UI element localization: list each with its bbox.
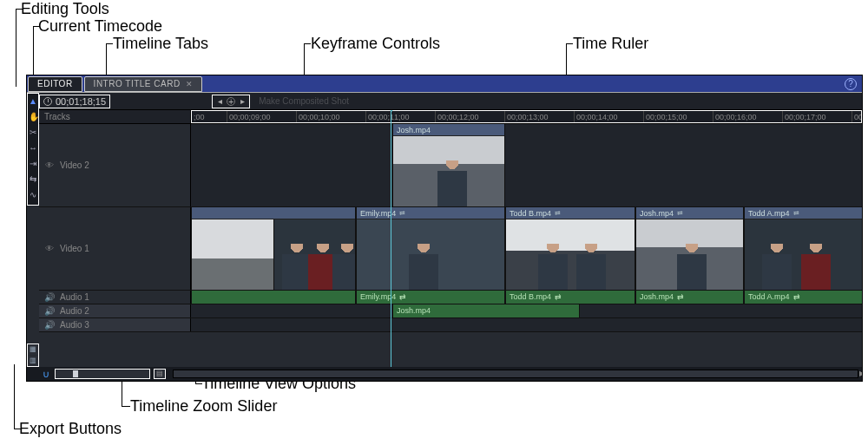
track-header-video1[interactable]: 👁 Video 1 bbox=[39, 207, 191, 290]
clip-audio1-emily[interactable]: Emily.mp4⇄ bbox=[356, 291, 505, 304]
clip-name: Josh.mp4 bbox=[640, 291, 674, 303]
clip-name: Todd A.mp4 bbox=[748, 291, 790, 303]
track-label: Audio 3 bbox=[60, 320, 89, 330]
make-comp-shot-label: Make Composited Shot bbox=[259, 96, 349, 106]
time-ruler[interactable]: ;00 00;00;09;00 00;00;10;00 00;00;11;00 … bbox=[191, 110, 862, 123]
annotation-timeline-tabs: Timeline Tabs bbox=[113, 35, 208, 53]
tool-select-icon[interactable]: ▲ bbox=[29, 95, 37, 108]
ruler-tick: 00;00;10;00 bbox=[296, 111, 365, 122]
export-contents-icon[interactable]: ▥ bbox=[28, 356, 38, 366]
clip-audio1-josh[interactable]: Josh.mp4⇄ bbox=[635, 291, 744, 304]
current-timecode-display[interactable]: 00;01;18;15 bbox=[39, 95, 110, 108]
annotation-current-timecode: Current Timecode bbox=[38, 17, 162, 36]
snap-icon[interactable]: ∪ bbox=[41, 369, 51, 379]
clip-name: Josh.mp4 bbox=[397, 124, 431, 136]
tool-ripple-icon[interactable]: ⇥ bbox=[29, 158, 37, 170]
tab-editor[interactable]: EDITOR bbox=[28, 76, 82, 92]
clip-name: Todd A.mp4 bbox=[748, 207, 790, 219]
keyframe-prev-icon[interactable]: ◂ bbox=[215, 97, 224, 106]
track-lane-audio2[interactable]: Josh.mp4 bbox=[191, 304, 862, 317]
ruler-tick: 00;00;11;00 bbox=[365, 111, 435, 122]
export-buttons: ▦ ▥ bbox=[27, 344, 39, 367]
clip-audio1-toddb[interactable]: Todd B.mp4⇄ bbox=[505, 291, 635, 304]
link-icon: ⇄ bbox=[555, 207, 561, 219]
track-label: Video 1 bbox=[60, 244, 89, 253]
clip-audio1-todda[interactable]: Todd A.mp4⇄ bbox=[744, 291, 862, 304]
tool-hand-icon[interactable]: ✋ bbox=[29, 111, 37, 123]
ruler-tick: 00;00;09;00 bbox=[227, 111, 296, 122]
tool-slip-icon[interactable]: ↔ bbox=[29, 142, 37, 154]
keyframe-add-icon[interactable]: + bbox=[227, 97, 235, 106]
clip-audio2-josh[interactable]: Josh.mp4 bbox=[392, 304, 580, 317]
clip-video1-josh[interactable]: Josh.mp4 ⇄ bbox=[635, 207, 744, 290]
close-icon[interactable]: ✕ bbox=[186, 76, 194, 92]
annotation-timeline-zoom-slider: Timeline Zoom Slider bbox=[130, 397, 277, 416]
ruler-tick: 00;00;17;00 bbox=[782, 111, 852, 122]
speaker-icon[interactable]: 🔊 bbox=[44, 320, 55, 330]
help-icon[interactable]: ? bbox=[845, 78, 857, 90]
timeline-footer: ∪ ▤ ▶ bbox=[27, 367, 862, 381]
annotation-keyframe-controls: Keyframe Controls bbox=[311, 35, 440, 53]
ruler-tick: ;00 bbox=[192, 111, 227, 122]
horizontal-scrollbar[interactable]: ▶ bbox=[173, 370, 858, 378]
zoom-slider-handle[interactable] bbox=[73, 370, 78, 377]
track-header-audio2[interactable]: 🔊 Audio 2 bbox=[39, 304, 191, 317]
editing-tool-column: ▲ ✋ ✂ ↔ ⇥ ⇆ ∿ bbox=[27, 93, 39, 206]
clip-name: Josh.mp4 bbox=[397, 304, 431, 317]
track-label: Video 2 bbox=[60, 160, 89, 170]
export-in-out-icon[interactable]: ▦ bbox=[28, 344, 38, 355]
tool-roll-icon[interactable]: ⇆ bbox=[29, 173, 37, 186]
tool-slice-icon[interactable]: ✂ bbox=[29, 127, 37, 139]
track-label: Audio 1 bbox=[60, 292, 89, 302]
eye-icon[interactable]: 👁 bbox=[44, 160, 55, 170]
timeline-body: Tracks ;00 00;00;09;00 00;00;10;00 00;00… bbox=[39, 110, 862, 367]
clip-video1-0[interactable] bbox=[191, 207, 356, 290]
track-label: Audio 2 bbox=[60, 306, 89, 316]
track-header-video2[interactable]: 👁 Video 2 bbox=[39, 124, 191, 206]
annotation-export-buttons: Export Buttons bbox=[19, 420, 122, 438]
clip-video1-todda[interactable]: Todd A.mp4 ⇄ bbox=[744, 207, 862, 290]
clip-audio1-0[interactable] bbox=[191, 291, 356, 304]
tab-label: EDITOR bbox=[37, 76, 73, 92]
ruler-tick: 00;00;14;00 bbox=[574, 111, 643, 122]
ruler-tick: 00;00;16;00 bbox=[713, 111, 782, 122]
tab-intro-title-card[interactable]: INTRO TITLE CARD ✕ bbox=[84, 76, 203, 92]
track-lane-video2[interactable]: Josh.mp4 bbox=[191, 124, 862, 206]
link-icon: ⇄ bbox=[555, 291, 562, 303]
scroll-right-icon[interactable]: ▶ bbox=[858, 370, 863, 377]
annotation-time-ruler: Time Ruler bbox=[573, 35, 648, 53]
tracks-label: Tracks bbox=[39, 110, 191, 123]
clip-name: Todd B.mp4 bbox=[510, 207, 551, 219]
link-icon: ⇄ bbox=[793, 291, 800, 303]
clip-name: Emily.mp4 bbox=[360, 291, 396, 303]
editor-panel: EDITOR INTRO TITLE CARD ✕ ? 00;01;18;15 … bbox=[26, 75, 863, 382]
clip-video1-toddb[interactable]: Todd B.mp4 ⇄ bbox=[505, 207, 635, 290]
speaker-icon[interactable]: 🔊 bbox=[44, 292, 55, 302]
eye-icon[interactable]: 👁 bbox=[44, 244, 55, 253]
clip-video2-josh[interactable]: Josh.mp4 bbox=[392, 124, 505, 206]
clock-icon bbox=[43, 97, 52, 106]
clip-video1-emily[interactable]: Emily.mp4 ⇄ bbox=[356, 207, 505, 290]
timeline-view-options-button[interactable]: ▤ bbox=[154, 369, 166, 379]
tool-rate-icon[interactable]: ∿ bbox=[29, 189, 37, 201]
link-icon: ⇄ bbox=[677, 207, 683, 219]
ruler-tick: 00;00;18;00 bbox=[852, 111, 862, 122]
timeline-zoom-slider[interactable] bbox=[55, 369, 150, 379]
link-icon: ⇄ bbox=[793, 207, 799, 219]
clip-name: Emily.mp4 bbox=[360, 207, 396, 219]
speaker-icon[interactable]: 🔊 bbox=[44, 306, 55, 316]
tab-label: INTRO TITLE CARD bbox=[94, 76, 181, 92]
scrollbar-thumb[interactable] bbox=[174, 370, 858, 377]
link-icon: ⇄ bbox=[399, 291, 406, 303]
track-header-audio1[interactable]: 🔊 Audio 1 bbox=[39, 291, 191, 304]
track-lane-audio3[interactable] bbox=[191, 318, 862, 331]
timeline-tab-strip: EDITOR INTRO TITLE CARD ✕ ? bbox=[27, 75, 862, 93]
track-lane-audio1[interactable]: Emily.mp4⇄ Todd B.mp4⇄ Josh.mp4⇄ Todd A.… bbox=[191, 291, 862, 304]
track-header-audio3[interactable]: 🔊 Audio 3 bbox=[39, 318, 191, 331]
under-tab-row: 00;01;18;15 ◂ + ▸ Make Composited Shot bbox=[27, 93, 862, 110]
keyframe-controls: ◂ + ▸ bbox=[212, 95, 250, 108]
clip-name: Todd B.mp4 bbox=[510, 291, 551, 303]
track-lane-video1[interactable]: Emily.mp4 ⇄ Todd B.mp4 ⇄ Josh.mp4 ⇄ bbox=[191, 207, 862, 290]
keyframe-next-icon[interactable]: ▸ bbox=[238, 97, 247, 106]
clip-name: Josh.mp4 bbox=[640, 207, 674, 219]
